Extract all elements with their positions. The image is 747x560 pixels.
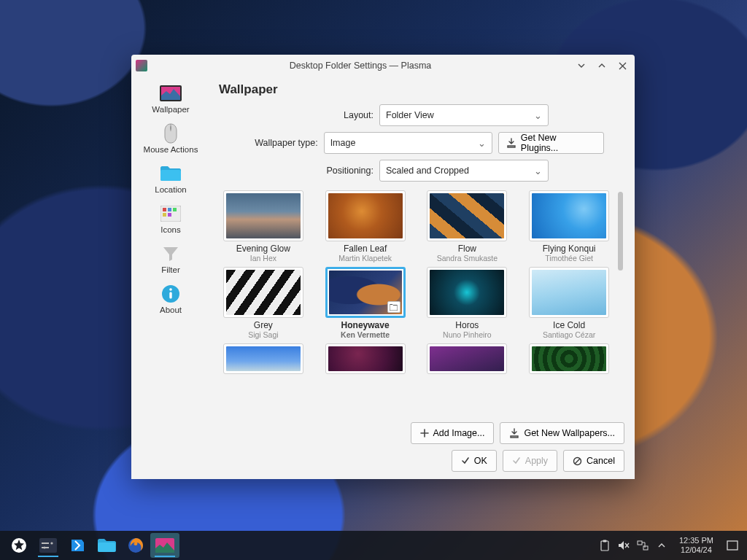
get-new-wallpapers-button[interactable]: Get New Wallpapers... xyxy=(500,422,624,444)
plus-icon xyxy=(420,429,429,438)
wallpaper-author: Sandra Smukaste xyxy=(437,254,498,262)
settings-window: Desktop Folder Settings — Plasma Wallpap… xyxy=(131,55,635,479)
type-label: Wallpaper type: xyxy=(236,138,318,148)
wallpaper-card[interactable]: Fallen LeafMartin Klapetek xyxy=(321,190,410,262)
wallpaper-card[interactable] xyxy=(321,343,410,374)
taskbar: 12:35 PM 12/04/24 xyxy=(0,531,747,560)
clock[interactable]: 12:35 PM 12/04/24 xyxy=(673,536,719,555)
svg-line-15 xyxy=(575,459,580,464)
scrollbar[interactable] xyxy=(616,189,624,416)
wallpaper-name: Flying Konqui xyxy=(543,244,596,254)
wallpaper-thumbnail xyxy=(529,343,609,374)
svg-rect-13 xyxy=(169,292,171,299)
apply-button: Apply xyxy=(503,450,557,472)
wallpaper-card[interactable] xyxy=(525,343,614,374)
category-label: Filter xyxy=(161,265,180,274)
info-icon xyxy=(160,283,182,305)
volume-muted-icon[interactable] xyxy=(618,540,630,551)
positioning-combo[interactable]: Scaled and Cropped⌄ xyxy=(379,160,549,182)
wallpaper-author: Ken Vermette xyxy=(341,330,390,339)
close-button[interactable] xyxy=(614,58,630,74)
taskbar-item-systemsettings[interactable] xyxy=(34,533,63,558)
svg-point-12 xyxy=(169,288,172,291)
category-about[interactable]: About xyxy=(136,280,206,319)
category-sidebar: Wallpaper Mouse Actions Location Icons F… xyxy=(131,77,210,479)
scrollbar-thumb[interactable] xyxy=(618,192,623,271)
check-icon xyxy=(512,456,521,465)
wallpaper-card[interactable]: FlowSandra Smukaste xyxy=(423,190,512,262)
layout-combo[interactable]: Folder View⌄ xyxy=(379,104,549,126)
wallpaper-name: Ice Cold xyxy=(553,320,585,330)
wallpaper-author: Santiago Cézar xyxy=(543,330,595,339)
taskbar-item-dolphin[interactable] xyxy=(92,533,121,558)
svg-rect-10 xyxy=(168,213,171,217)
check-icon xyxy=(461,456,470,465)
wallpaper-thumbnail xyxy=(427,343,507,374)
wallpaper-card[interactable] xyxy=(423,343,512,374)
wallpaper-thumbnail xyxy=(529,267,609,318)
wallpaper-grid[interactable]: Evening GlowIan HexFallen LeafMartin Kla… xyxy=(216,189,616,416)
category-wallpaper[interactable]: Wallpaper xyxy=(136,79,206,118)
tray-expand-icon[interactable] xyxy=(656,540,667,551)
clock-date: 12/04/24 xyxy=(681,545,712,555)
svg-rect-28 xyxy=(643,546,648,550)
svg-rect-22 xyxy=(98,542,115,552)
category-filter[interactable]: Filter xyxy=(136,240,206,279)
wallpaper-card[interactable]: Flying KonquiTimothée Giet xyxy=(525,190,614,262)
get-new-plugins-button[interactable]: Get New Plugins... xyxy=(498,132,604,154)
wallpaper-card[interactable] xyxy=(219,343,308,374)
folder-icon xyxy=(160,163,182,184)
minimize-button[interactable] xyxy=(573,58,589,74)
thumbnail-image xyxy=(430,193,504,238)
add-image-button[interactable]: Add Image... xyxy=(411,422,495,444)
titlebar[interactable]: Desktop Folder Settings — Plasma xyxy=(131,55,635,77)
thumbnail-image xyxy=(328,346,403,371)
app-launcher-button[interactable] xyxy=(4,533,34,558)
cancel-button[interactable]: Cancel xyxy=(563,450,624,472)
taskbar-item-firefox[interactable] xyxy=(121,533,150,558)
wallpaper-card[interactable]: Evening GlowIan Hex xyxy=(219,190,308,262)
layout-label: Layout: xyxy=(292,110,374,120)
maximize-button[interactable] xyxy=(594,58,610,74)
svg-rect-9 xyxy=(163,213,166,217)
thumbnail-image xyxy=(328,193,403,238)
clock-time: 12:35 PM xyxy=(679,536,713,545)
clipboard-icon[interactable] xyxy=(599,540,611,551)
wallpaper-thumbnail xyxy=(223,267,303,318)
wallpaper-card[interactable]: GreySigi Sagi xyxy=(219,267,308,339)
taskbar-item-discover[interactable] xyxy=(63,533,92,558)
category-label: Mouse Actions xyxy=(144,145,198,154)
wallpaper-type-combo[interactable]: Image⌄ xyxy=(324,132,492,154)
chevron-down-icon: ⌄ xyxy=(478,138,486,149)
wallpaper-card[interactable]: HoneywaveKen Vermette xyxy=(321,267,410,339)
taskbar-item-plasma-settings[interactable] xyxy=(150,533,179,558)
type-value: Image xyxy=(330,138,356,148)
download-icon xyxy=(509,428,519,438)
svg-rect-27 xyxy=(638,541,642,545)
svg-rect-4 xyxy=(160,170,181,181)
category-location[interactable]: Location xyxy=(136,160,206,198)
wallpaper-name: Honeywave xyxy=(341,320,390,330)
mouse-icon xyxy=(160,122,182,144)
show-desktop-button[interactable] xyxy=(722,535,743,556)
wallpaper-thumbnail xyxy=(325,190,406,241)
wallpaper-card[interactable]: HorosNuno Pinheiro xyxy=(423,267,512,339)
category-mouse-actions[interactable]: Mouse Actions xyxy=(136,120,206,158)
chevron-down-icon: ⌄ xyxy=(534,110,542,121)
wallpaper-card[interactable]: Ice ColdSantiago Cézar xyxy=(525,267,614,339)
category-icons[interactable]: Icons xyxy=(136,200,206,238)
svg-rect-6 xyxy=(163,208,166,211)
download-icon xyxy=(506,138,516,148)
ok-button[interactable]: OK xyxy=(452,450,497,472)
svg-rect-7 xyxy=(168,208,171,211)
svg-rect-18 xyxy=(42,542,49,544)
category-label: Icons xyxy=(160,225,181,234)
page-title: Wallpaper xyxy=(219,82,624,97)
wallpaper-icon xyxy=(160,82,182,104)
svg-rect-25 xyxy=(601,541,608,551)
network-icon[interactable] xyxy=(637,540,649,551)
thumbnail-image xyxy=(532,193,606,238)
svg-rect-17 xyxy=(39,538,57,553)
open-containing-folder-button[interactable] xyxy=(387,301,400,313)
svg-rect-3 xyxy=(170,126,171,130)
